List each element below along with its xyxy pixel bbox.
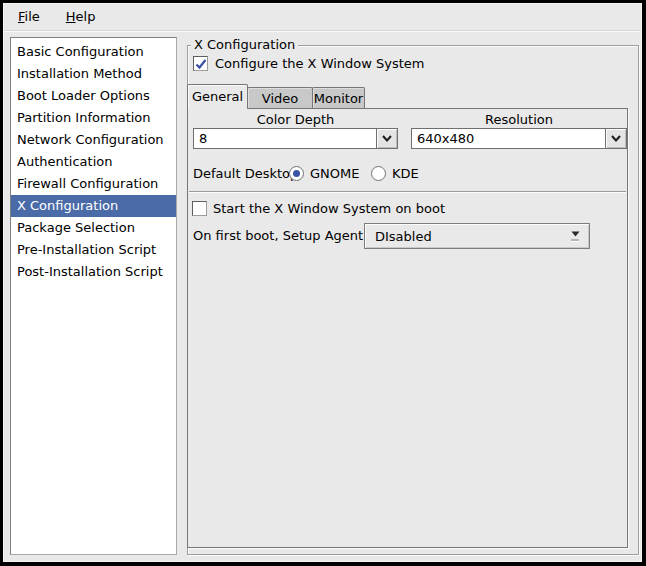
sidebar-item-basic-configuration[interactable]: Basic Configuration [11, 41, 176, 63]
sidebar-item-package-selection[interactable]: Package Selection [11, 217, 176, 239]
tab-video-card[interactable]: Video Card [247, 87, 313, 109]
menu-file[interactable]: File [10, 6, 48, 27]
color-depth-dropdown-button[interactable] [376, 128, 398, 149]
sidebar-item-boot-loader-options[interactable]: Boot Loader Options [11, 85, 176, 107]
sidebar-item-installation-method[interactable]: Installation Method [11, 63, 176, 85]
resolution-combo: 640x480 [411, 128, 627, 149]
menu-help[interactable]: Help [58, 6, 104, 27]
setup-agent-label: On first boot, Setup Agent is: [193, 227, 382, 244]
sidebar-item-partition-information[interactable]: Partition Information [11, 107, 176, 129]
sidebar-item-x-configuration[interactable]: X Configuration [11, 195, 176, 217]
kde-radio[interactable] [371, 166, 386, 181]
kickstart-configurator-window: File Help Basic Configuration Installati… [0, 0, 646, 566]
start-x-on-boot-label: Start the X Window System on boot [213, 200, 445, 217]
option-menu-indicator-icon [569, 231, 581, 241]
tab-general[interactable]: General [187, 84, 248, 109]
setup-agent-value: DIsabled [375, 229, 569, 244]
menu-help-mnemonic: H [66, 9, 76, 24]
kde-radio-label[interactable]: KDE [392, 165, 419, 182]
tab-monitor[interactable]: Monitor [312, 87, 365, 109]
default-desktop-label: Default Desktop: [193, 165, 303, 182]
sidebar-item-network-configuration[interactable]: Network Configuration [11, 129, 176, 151]
separator [189, 191, 626, 193]
gnome-radio[interactable] [289, 166, 304, 181]
checkmark-icon [195, 59, 207, 70]
menu-file-label: ile [25, 9, 40, 24]
configure-x-checkbox[interactable] [193, 56, 208, 71]
sidebar-item-authentication[interactable]: Authentication [11, 151, 176, 173]
chevron-down-icon [611, 135, 621, 142]
gnome-radio-label[interactable]: GNOME [310, 165, 359, 182]
menu-bar: File Help [4, 3, 641, 31]
resolution-label: Resolution [411, 112, 627, 128]
sidebar-item-post-installation-script[interactable]: Post-Installation Script [11, 261, 176, 283]
menu-help-label: elp [76, 9, 96, 24]
configure-x-checkbox-label: Configure the X Window System [215, 55, 425, 72]
resolution-value[interactable]: 640x480 [411, 128, 605, 149]
frame-title: X Configuration [191, 37, 298, 53]
sidebar-item-pre-installation-script[interactable]: Pre-Installation Script [11, 239, 176, 261]
resolution-dropdown-button[interactable] [605, 128, 627, 149]
general-tab-page: Color Depth Resolution 8 640x480 Default… [187, 108, 628, 548]
color-depth-label: Color Depth [193, 112, 398, 128]
color-depth-value[interactable]: 8 [193, 128, 376, 149]
start-x-on-boot-checkbox[interactable] [192, 201, 207, 216]
sidebar-item-firewall-configuration[interactable]: Firewall Configuration [11, 173, 176, 195]
setup-agent-option-menu[interactable]: DIsabled [364, 223, 590, 249]
color-depth-combo: 8 [193, 128, 398, 149]
section-list: Basic Configuration Installation Method … [10, 37, 177, 555]
chevron-down-icon [382, 135, 392, 142]
